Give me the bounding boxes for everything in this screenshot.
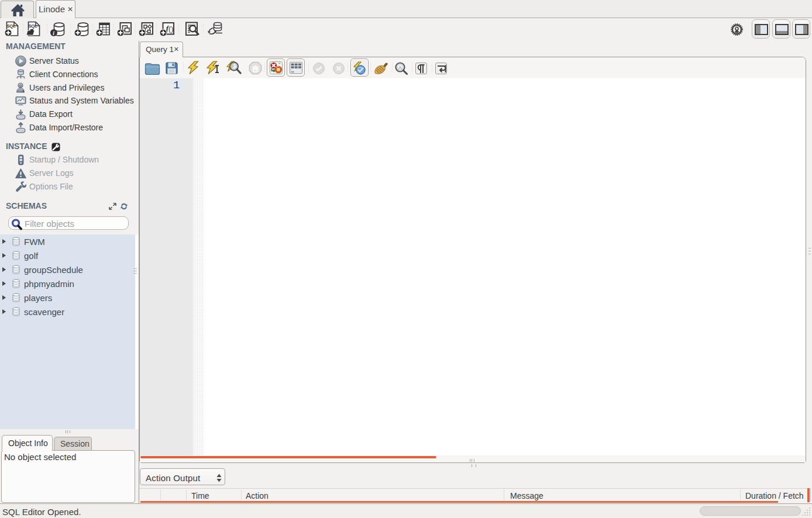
svg-text:SQL: SQL: [29, 23, 37, 29]
svg-text:A: A: [398, 65, 402, 71]
svg-text:SQL: SQL: [7, 23, 16, 29]
svg-text:(): (): [168, 25, 173, 33]
svg-text:i: i: [53, 30, 54, 36]
